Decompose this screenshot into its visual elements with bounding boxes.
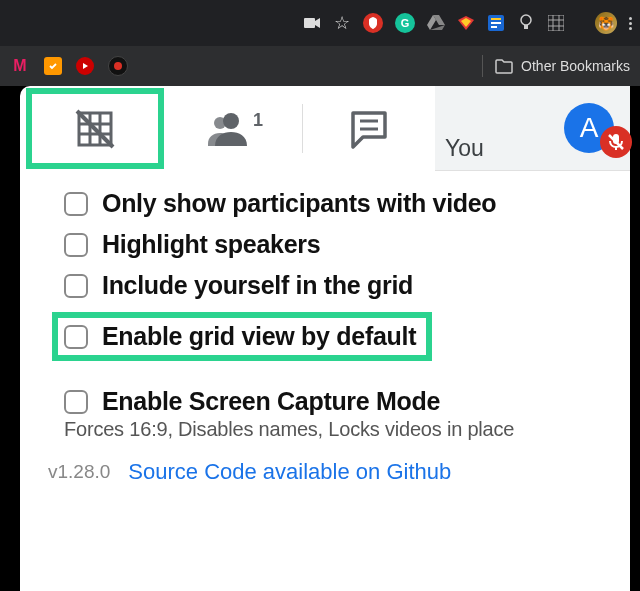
chat-icon xyxy=(347,107,391,151)
ext-reader-icon[interactable] xyxy=(487,14,505,32)
option-label: Enable grid view by default xyxy=(102,322,416,351)
svg-rect-2 xyxy=(491,18,501,20)
svg-rect-6 xyxy=(524,25,528,29)
svg-rect-3 xyxy=(491,22,501,24)
bookmark-dark-icon[interactable] xyxy=(108,56,128,76)
svg-rect-7 xyxy=(548,15,564,31)
option-label: Include yourself in the grid xyxy=(102,271,413,300)
option-label: Enable Screen Capture Mode xyxy=(102,387,440,416)
ext-bulb-icon[interactable] xyxy=(517,14,535,32)
option-include-yourself[interactable]: Include yourself in the grid xyxy=(64,271,606,300)
browser-toolbar: ☆ G 🐯 xyxy=(0,0,640,46)
bookmarks-bar: M Other Bookmarks xyxy=(0,46,640,86)
bookmark-youtube-icon[interactable] xyxy=(76,57,94,75)
checkbox[interactable] xyxy=(64,390,88,414)
camera-icon[interactable] xyxy=(303,14,321,32)
option-sublabel: Forces 16:9, Disables names, Locks video… xyxy=(64,418,606,441)
checkbox[interactable] xyxy=(64,325,88,349)
ext-adblock-icon[interactable] xyxy=(363,13,383,33)
option-label: Highlight speakers xyxy=(102,230,320,259)
version-label: v1.28.0 xyxy=(48,461,110,483)
svg-rect-24 xyxy=(615,147,617,150)
svg-rect-4 xyxy=(491,26,497,28)
option-label: Only show participants with video xyxy=(102,189,496,218)
profile-avatar-icon[interactable]: 🐯 xyxy=(595,12,617,34)
other-bookmarks-button[interactable]: Other Bookmarks xyxy=(482,55,630,77)
tabs-row: 1 You A xyxy=(20,86,630,171)
people-icon: 1 xyxy=(207,108,265,150)
bookmark-orange-icon[interactable] xyxy=(44,57,62,75)
folder-icon xyxy=(495,59,513,74)
option-highlight-speakers[interactable]: Highlight speakers xyxy=(64,230,606,259)
ext-grammarly-icon[interactable]: G xyxy=(395,13,415,33)
checkbox[interactable] xyxy=(64,192,88,216)
ext-grid-icon[interactable] xyxy=(547,14,565,32)
svg-point-20 xyxy=(214,117,226,129)
other-bookmarks-label: Other Bookmarks xyxy=(521,58,630,74)
settings-panel: 1 You A Only show participants with vide… xyxy=(20,86,630,591)
browser-menu-icon[interactable] xyxy=(629,17,632,30)
highlight-box xyxy=(26,88,164,169)
svg-point-5 xyxy=(521,15,531,25)
people-badge: 1 xyxy=(253,110,263,130)
spacer xyxy=(577,14,583,32)
tab-people[interactable]: 1 xyxy=(170,86,302,171)
svg-rect-0 xyxy=(304,18,315,28)
ext-drive-icon[interactable] xyxy=(427,14,445,32)
checkbox[interactable] xyxy=(64,233,88,257)
muted-icon[interactable] xyxy=(600,126,632,158)
ext-superhero-icon[interactable] xyxy=(457,14,475,32)
option-enable-grid-default[interactable]: Enable grid view by default xyxy=(52,312,432,361)
source-link[interactable]: Source Code available on Github xyxy=(128,459,451,485)
you-tile[interactable]: You A xyxy=(435,86,630,171)
option-screen-capture[interactable]: Enable Screen Capture Mode xyxy=(64,387,606,416)
tab-grid[interactable] xyxy=(20,86,170,171)
bookmark-myntra-icon[interactable]: M xyxy=(10,56,30,76)
you-label: You xyxy=(445,135,484,162)
option-only-video[interactable]: Only show participants with video xyxy=(64,189,606,218)
options-list: Only show participants with video Highli… xyxy=(20,171,630,441)
star-icon[interactable]: ☆ xyxy=(333,14,351,32)
svg-point-12 xyxy=(114,62,122,70)
tab-chat[interactable] xyxy=(303,86,435,171)
footer: v1.28.0 Source Code available on Github xyxy=(20,441,630,485)
checkbox[interactable] xyxy=(64,274,88,298)
